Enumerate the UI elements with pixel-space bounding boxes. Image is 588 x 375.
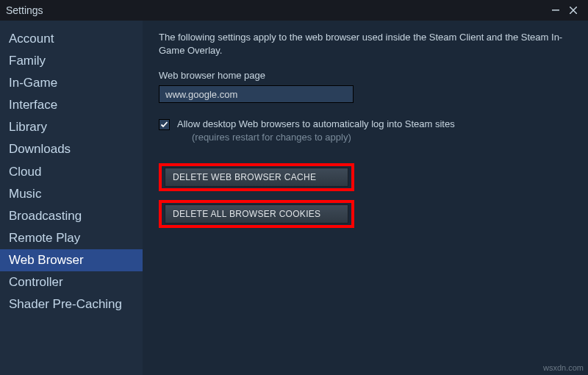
homepage-input[interactable] <box>159 85 354 103</box>
sidebar-item-cloud[interactable]: Cloud <box>0 161 143 183</box>
autologin-row: Allow desktop Web browsers to automatica… <box>159 118 576 144</box>
sidebar-item-label: Cloud <box>9 165 41 179</box>
autologin-text: Allow desktop Web browsers to automatica… <box>177 118 455 144</box>
sidebar-item-label: Music <box>9 187 41 201</box>
watermark: wsxdn.com <box>543 363 584 372</box>
sidebar-item-broadcasting[interactable]: Broadcasting <box>0 205 143 227</box>
sidebar-item-label: Shader Pre-Caching <box>9 297 122 311</box>
delete-cookies-button[interactable]: DELETE ALL BROWSER COOKIES <box>165 204 348 224</box>
close-icon <box>570 7 577 14</box>
sidebar-item-label: In-Game <box>9 76 57 90</box>
sidebar-item-web-browser[interactable]: Web Browser <box>0 249 143 271</box>
close-button[interactable] <box>564 3 582 18</box>
highlight-delete-cookies: DELETE ALL BROWSER COOKIES <box>159 200 354 228</box>
panel-description: The following settings apply to the web … <box>159 31 576 57</box>
sidebar-item-label: Downloads <box>9 142 71 156</box>
sidebar-item-label: Family <box>9 54 46 68</box>
autologin-label: Allow desktop Web browsers to automatica… <box>177 118 455 129</box>
settings-sidebar: AccountFamilyIn-GameInterfaceLibraryDown… <box>0 21 143 375</box>
sidebar-item-shader-pre-caching[interactable]: Shader Pre-Caching <box>0 293 143 315</box>
sidebar-item-label: Library <box>9 120 47 134</box>
window-title: Settings <box>6 4 43 16</box>
sidebar-item-music[interactable]: Music <box>0 183 143 205</box>
sidebar-item-label: Interface <box>9 98 57 112</box>
sidebar-item-label: Account <box>9 32 54 46</box>
sidebar-item-interface[interactable]: Interface <box>0 94 143 116</box>
checkmark-icon <box>160 121 168 129</box>
sidebar-item-library[interactable]: Library <box>0 116 143 138</box>
sidebar-item-label: Broadcasting <box>9 209 82 223</box>
sidebar-item-label: Web Browser <box>9 253 84 267</box>
minimize-button[interactable] <box>547 3 564 18</box>
svg-rect-0 <box>552 10 559 11</box>
settings-panel-web-browser: The following settings apply to the web … <box>143 21 588 375</box>
minimize-icon <box>552 10 559 11</box>
sidebar-item-account[interactable]: Account <box>0 28 143 50</box>
sidebar-item-label: Remote Play <box>9 231 80 245</box>
sidebar-item-remote-play[interactable]: Remote Play <box>0 227 143 249</box>
highlight-delete-cache: DELETE WEB BROWSER CACHE <box>159 163 354 191</box>
sidebar-item-in-game[interactable]: In-Game <box>0 72 143 94</box>
delete-cache-button[interactable]: DELETE WEB BROWSER CACHE <box>165 168 348 187</box>
autologin-checkbox[interactable] <box>159 119 170 130</box>
sidebar-item-controller[interactable]: Controller <box>0 271 143 293</box>
titlebar: Settings <box>0 0 588 21</box>
autologin-sublabel: (requires restart for changes to apply) <box>192 132 351 143</box>
sidebar-item-family[interactable]: Family <box>0 50 143 72</box>
content-area: AccountFamilyIn-GameInterfaceLibraryDown… <box>0 21 588 375</box>
sidebar-item-label: Controller <box>9 275 63 289</box>
sidebar-item-downloads[interactable]: Downloads <box>0 138 143 160</box>
homepage-label: Web browser home page <box>159 70 576 81</box>
